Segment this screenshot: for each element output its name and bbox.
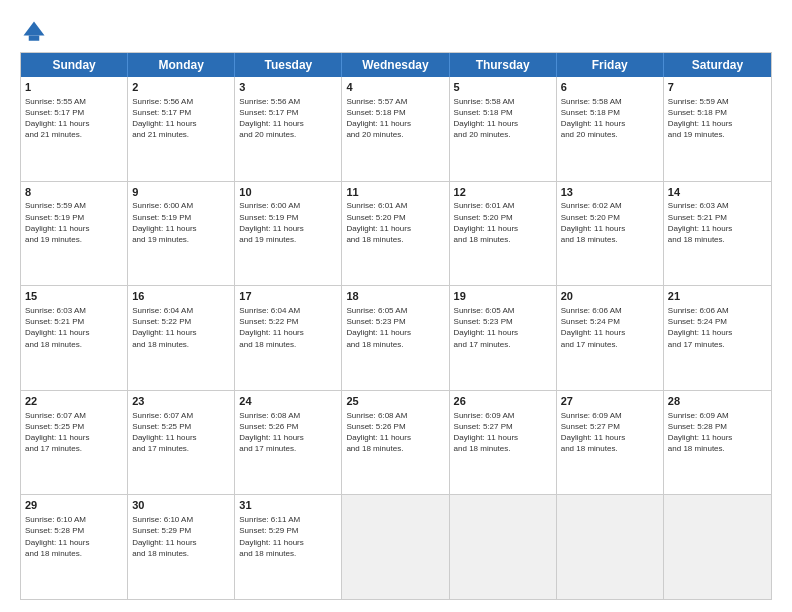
cell-line: and 20 minutes. <box>454 129 552 140</box>
day-number: 30 <box>132 498 230 513</box>
day-number: 5 <box>454 80 552 95</box>
cell-line: Sunrise: 5:55 AM <box>25 96 123 107</box>
cal-cell: 10Sunrise: 6:00 AMSunset: 5:19 PMDayligh… <box>235 182 342 286</box>
day-number: 4 <box>346 80 444 95</box>
header-day-sunday: Sunday <box>21 53 128 77</box>
cell-line: Sunset: 5:24 PM <box>561 316 659 327</box>
day-number: 16 <box>132 289 230 304</box>
logo-icon <box>20 18 48 46</box>
cal-cell: 5Sunrise: 5:58 AMSunset: 5:18 PMDaylight… <box>450 77 557 181</box>
cell-line: Sunset: 5:25 PM <box>132 421 230 432</box>
day-number: 25 <box>346 394 444 409</box>
cal-row-1: 1Sunrise: 5:55 AMSunset: 5:17 PMDaylight… <box>21 77 771 182</box>
cell-line: Daylight: 11 hours <box>454 327 552 338</box>
day-number: 8 <box>25 185 123 200</box>
cal-cell: 15Sunrise: 6:03 AMSunset: 5:21 PMDayligh… <box>21 286 128 390</box>
cell-line: Sunset: 5:22 PM <box>239 316 337 327</box>
cell-line: and 20 minutes. <box>561 129 659 140</box>
cell-line: Sunrise: 5:58 AM <box>454 96 552 107</box>
cell-line: Sunrise: 6:03 AM <box>25 305 123 316</box>
cal-cell: 17Sunrise: 6:04 AMSunset: 5:22 PMDayligh… <box>235 286 342 390</box>
day-number: 21 <box>668 289 767 304</box>
cell-line: Daylight: 11 hours <box>346 327 444 338</box>
cal-cell: 27Sunrise: 6:09 AMSunset: 5:27 PMDayligh… <box>557 391 664 495</box>
day-number: 24 <box>239 394 337 409</box>
cell-line: and 19 minutes. <box>25 234 123 245</box>
cell-line: and 18 minutes. <box>132 339 230 350</box>
cell-line: Daylight: 11 hours <box>346 223 444 234</box>
cal-cell: 9Sunrise: 6:00 AMSunset: 5:19 PMDaylight… <box>128 182 235 286</box>
cal-cell: 25Sunrise: 6:08 AMSunset: 5:26 PMDayligh… <box>342 391 449 495</box>
cal-cell: 16Sunrise: 6:04 AMSunset: 5:22 PMDayligh… <box>128 286 235 390</box>
cell-line: and 17 minutes. <box>668 339 767 350</box>
cell-line: Sunrise: 6:03 AM <box>668 200 767 211</box>
cal-cell: 1Sunrise: 5:55 AMSunset: 5:17 PMDaylight… <box>21 77 128 181</box>
calendar: SundayMondayTuesdayWednesdayThursdayFrid… <box>20 52 772 600</box>
cell-line: Sunrise: 6:04 AM <box>132 305 230 316</box>
cell-line: Sunrise: 5:56 AM <box>132 96 230 107</box>
logo <box>20 18 52 46</box>
cell-line: Sunset: 5:17 PM <box>239 107 337 118</box>
cal-cell: 4Sunrise: 5:57 AMSunset: 5:18 PMDaylight… <box>342 77 449 181</box>
cal-cell: 30Sunrise: 6:10 AMSunset: 5:29 PMDayligh… <box>128 495 235 599</box>
cal-cell <box>342 495 449 599</box>
calendar-body: 1Sunrise: 5:55 AMSunset: 5:17 PMDaylight… <box>21 77 771 599</box>
cell-line: Sunset: 5:22 PM <box>132 316 230 327</box>
day-number: 14 <box>668 185 767 200</box>
day-number: 2 <box>132 80 230 95</box>
cal-cell: 6Sunrise: 5:58 AMSunset: 5:18 PMDaylight… <box>557 77 664 181</box>
cell-line: Sunrise: 5:59 AM <box>25 200 123 211</box>
cell-line: Daylight: 11 hours <box>561 327 659 338</box>
day-number: 1 <box>25 80 123 95</box>
day-number: 22 <box>25 394 123 409</box>
cell-line: Daylight: 11 hours <box>239 118 337 129</box>
cal-cell: 12Sunrise: 6:01 AMSunset: 5:20 PMDayligh… <box>450 182 557 286</box>
cell-line: Sunrise: 6:01 AM <box>454 200 552 211</box>
cell-line: Sunrise: 6:05 AM <box>454 305 552 316</box>
cell-line: Sunset: 5:29 PM <box>239 525 337 536</box>
day-number: 20 <box>561 289 659 304</box>
cell-line: and 18 minutes. <box>25 339 123 350</box>
cell-line: Sunrise: 6:05 AM <box>346 305 444 316</box>
cal-cell: 28Sunrise: 6:09 AMSunset: 5:28 PMDayligh… <box>664 391 771 495</box>
cal-cell: 3Sunrise: 5:56 AMSunset: 5:17 PMDaylight… <box>235 77 342 181</box>
cell-line: Sunrise: 6:09 AM <box>454 410 552 421</box>
cell-line: Sunrise: 6:06 AM <box>561 305 659 316</box>
cell-line: Daylight: 11 hours <box>25 327 123 338</box>
cal-cell: 20Sunrise: 6:06 AMSunset: 5:24 PMDayligh… <box>557 286 664 390</box>
day-number: 28 <box>668 394 767 409</box>
cell-line: and 17 minutes. <box>239 443 337 454</box>
cal-cell <box>557 495 664 599</box>
cell-line: Sunset: 5:27 PM <box>561 421 659 432</box>
cell-line: Sunrise: 6:09 AM <box>561 410 659 421</box>
cell-line: Sunset: 5:23 PM <box>454 316 552 327</box>
cell-line: Daylight: 11 hours <box>561 432 659 443</box>
day-number: 15 <box>25 289 123 304</box>
cal-cell: 29Sunrise: 6:10 AMSunset: 5:28 PMDayligh… <box>21 495 128 599</box>
cell-line: and 18 minutes. <box>132 548 230 559</box>
cell-line: Sunrise: 6:07 AM <box>25 410 123 421</box>
cal-cell: 7Sunrise: 5:59 AMSunset: 5:18 PMDaylight… <box>664 77 771 181</box>
cell-line: Sunset: 5:18 PM <box>668 107 767 118</box>
cell-line: Daylight: 11 hours <box>668 118 767 129</box>
cell-line: and 18 minutes. <box>561 234 659 245</box>
cell-line: Sunset: 5:21 PM <box>25 316 123 327</box>
cell-line: Sunrise: 6:00 AM <box>132 200 230 211</box>
cell-line: Sunset: 5:18 PM <box>561 107 659 118</box>
cell-line: Daylight: 11 hours <box>25 223 123 234</box>
cell-line: Sunrise: 6:00 AM <box>239 200 337 211</box>
cell-line: Daylight: 11 hours <box>239 432 337 443</box>
cell-line: Sunset: 5:26 PM <box>346 421 444 432</box>
cell-line: Sunset: 5:26 PM <box>239 421 337 432</box>
cell-line: Daylight: 11 hours <box>668 223 767 234</box>
cell-line: Daylight: 11 hours <box>132 432 230 443</box>
cell-line: Sunset: 5:17 PM <box>132 107 230 118</box>
cell-line: and 17 minutes. <box>132 443 230 454</box>
cell-line: Daylight: 11 hours <box>454 432 552 443</box>
cell-line: Sunset: 5:17 PM <box>25 107 123 118</box>
cell-line: Sunset: 5:28 PM <box>25 525 123 536</box>
cell-line: and 18 minutes. <box>239 548 337 559</box>
day-number: 17 <box>239 289 337 304</box>
cell-line: Sunset: 5:25 PM <box>25 421 123 432</box>
cell-line: and 18 minutes. <box>454 443 552 454</box>
